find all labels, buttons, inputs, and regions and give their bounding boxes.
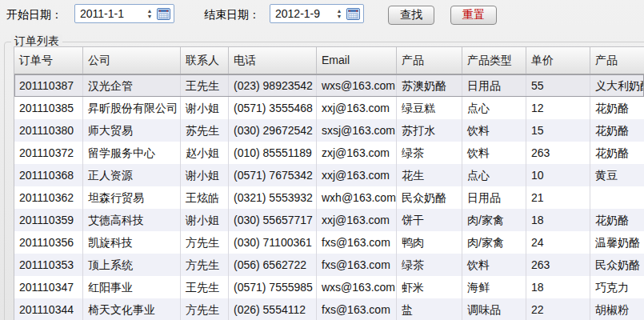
table-cell: (0571) 7675342: [229, 164, 317, 186]
column-header-9[interactable]: 产品: [590, 47, 644, 74]
table-cell: 海鲜: [462, 276, 526, 298]
table-cell: zxj@163.com: [317, 142, 397, 164]
column-header-1[interactable]: 订单号: [14, 47, 83, 74]
column-header-6[interactable]: 产品: [397, 47, 462, 74]
table-cell: 22: [526, 298, 590, 320]
table-row[interactable]: 201110344椅天文化事业方先生(026) 5554112fxs@163.c…: [14, 298, 644, 320]
table-cell: (0321) 5553932: [229, 186, 317, 209]
table-cell: [590, 186, 644, 209]
table-cell: 绿豆糕: [397, 97, 462, 119]
table-cell: 花奶酪: [590, 97, 644, 119]
table-body: 201110387汉光企管王先生(023) 98923542wxs@163.co…: [14, 74, 644, 320]
table-cell: 饼干: [397, 209, 462, 231]
table-row[interactable]: 201110380师大贸易苏先生(030) 29672542sxsj@163.c…: [14, 119, 644, 142]
table-row[interactable]: 201110387汉光企管王先生(023) 98923542wxs@163.co…: [14, 74, 644, 97]
table-cell: 花奶酪: [590, 209, 644, 231]
table-cell: 肉/家禽: [462, 231, 526, 254]
table-cell: 艾德高科技: [83, 209, 181, 231]
table-cell: 正人资源: [83, 164, 181, 186]
table-cell: (023) 98923542: [229, 74, 317, 97]
table-cell: 201110362: [14, 186, 83, 209]
table-row[interactable]: 201110359艾德高科技谢小姐(030) 55657717xxj@163.c…: [14, 209, 644, 231]
column-header-2[interactable]: 公司: [83, 47, 181, 74]
table-row[interactable]: 201110385昇昕股份有限公司谢小姐(0571) 3555468xxj@16…: [14, 97, 644, 119]
end-date-picker: ▲ ▼: [270, 4, 364, 23]
table-cell: 谢小姐: [181, 164, 229, 186]
table-cell: 民众奶酪: [397, 186, 462, 209]
table-cell: 21: [526, 186, 590, 209]
table-cell: 15: [526, 119, 590, 142]
table-cell: 201110359: [14, 209, 83, 231]
spinner-down-icon[interactable]: ▼: [334, 14, 344, 19]
table-cell: 201110344: [14, 298, 83, 320]
table-cell: (030) 55657717: [229, 209, 317, 231]
table-cell: 18: [526, 209, 590, 231]
column-header-8[interactable]: 单价: [526, 47, 590, 74]
table-cell: 王先生: [181, 276, 229, 298]
start-date-spinner[interactable]: ▲ ▼: [145, 5, 154, 22]
column-header-7[interactable]: 产品类型: [462, 47, 526, 74]
table-cell: 绿茶: [397, 142, 462, 164]
table-cell: 201110368: [14, 164, 83, 186]
table-cell: 红阳事业: [83, 276, 181, 298]
table-cell: 汉光企管: [83, 74, 181, 97]
table-cell: 201110372: [14, 142, 83, 164]
column-header-5[interactable]: Email: [317, 47, 397, 74]
end-date-input[interactable]: [270, 6, 334, 22]
table-cell: 赵小姐: [181, 142, 229, 164]
start-date-input[interactable]: [75, 6, 145, 22]
table-cell: 花奶酪: [590, 142, 644, 164]
table-cell: 鸭肉: [397, 231, 462, 254]
table-cell: 饮料: [462, 119, 526, 142]
table-row[interactable]: 201110372留学服务中心赵小姐(010) 85551189zxj@163.…: [14, 142, 644, 164]
table-cell: 12: [526, 97, 590, 119]
spinner-up-icon[interactable]: ▲: [145, 8, 154, 14]
table-row[interactable]: 201110368正人资源谢小姐(0571) 7675342xxj@163.co…: [14, 164, 644, 186]
table-cell: 顶上系统: [83, 254, 181, 276]
table-cell: 苏先生: [181, 119, 229, 142]
table-cell: 苏打水: [397, 119, 462, 142]
table-cell: 绿茶: [397, 254, 462, 276]
table-cell: 日用品: [462, 186, 526, 209]
calendar-icon[interactable]: [346, 8, 360, 20]
table-cell: 201110356: [14, 231, 83, 254]
table-cell: 民众奶酪: [590, 254, 644, 276]
spinner-up-icon[interactable]: ▲: [334, 8, 344, 14]
table-cell: wxs@163.com: [317, 74, 397, 97]
column-header-3[interactable]: 联系人: [181, 47, 229, 74]
table-cell: 温馨奶酪: [590, 231, 644, 254]
table-cell: 谢小姐: [181, 209, 229, 231]
table-row[interactable]: 201110362坦森行贸易王炫皓(0321) 5553932wxh@163.c…: [14, 186, 644, 209]
table-cell: xxj@163.com: [317, 164, 397, 186]
reset-button[interactable]: 重置: [450, 6, 497, 25]
table-row[interactable]: 201110353顶上系统方先生(056) 6562722fxs@163.com…: [14, 254, 644, 276]
orders-table: 订单号公司联系人电话Email产品产品类型单价产品 201110387汉光企管王…: [14, 46, 644, 320]
table-cell: 师大贸易: [83, 119, 181, 142]
column-header-4[interactable]: 电话: [229, 47, 317, 74]
table-cell: 虾米: [397, 276, 462, 298]
calendar-icon[interactable]: [157, 8, 170, 20]
table-cell: fxs@163.com: [317, 254, 397, 276]
table-cell: 花生: [397, 164, 462, 186]
table-cell: 201110380: [14, 119, 83, 142]
filter-bar: 开始日期： ▲ ▼ 结束日期： ▲ ▼ 查找: [0, 0, 644, 35]
table-cell: 盐: [397, 298, 462, 320]
spinner-down-icon[interactable]: ▼: [145, 14, 154, 19]
start-date-picker: ▲ ▼: [74, 4, 174, 23]
table-row[interactable]: 201110356凯旋科技方先生(030) 71100361fxs@163.co…: [14, 231, 644, 254]
table-cell: sxsj@163.com: [317, 119, 397, 142]
table-cell: (026) 5554112: [229, 298, 317, 320]
end-date-spinner[interactable]: ▲ ▼: [334, 5, 344, 22]
table-cell: (030) 29672542: [229, 119, 317, 142]
end-date-label: 结束日期：: [204, 8, 260, 22]
search-button[interactable]: 查找: [388, 6, 434, 25]
table-cell: 肉/家禽: [462, 209, 526, 231]
table-header-row: 订单号公司联系人电话Email产品产品类型单价产品: [14, 47, 644, 74]
table-cell: 201110387: [14, 74, 83, 97]
table-cell: xxj@163.com: [317, 209, 397, 231]
table-cell: 方先生: [181, 231, 229, 254]
table-cell: 谢小姐: [181, 97, 229, 119]
table-cell: (0571) 3555468: [229, 97, 317, 119]
table-row[interactable]: 201110347红阳事业王先生(0571) 7555985wxs@163.co…: [14, 276, 644, 298]
table-cell: 黄豆: [590, 164, 644, 186]
